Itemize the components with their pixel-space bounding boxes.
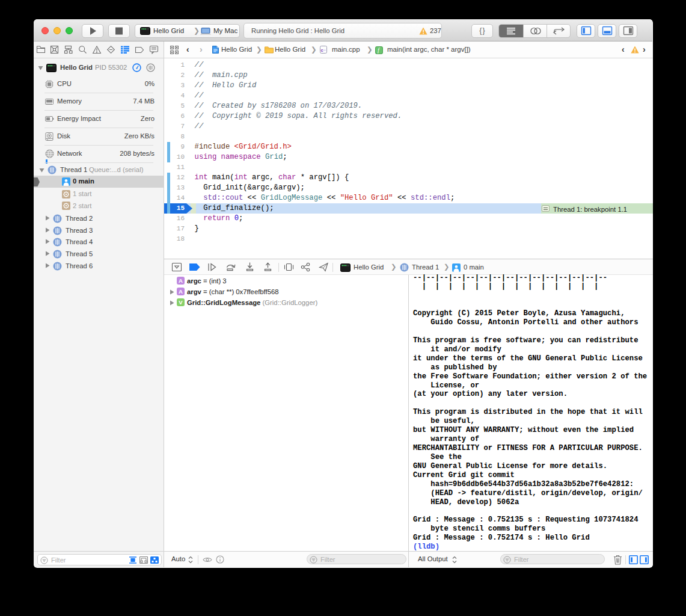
svg-text:↔: ↔ — [323, 48, 326, 51]
